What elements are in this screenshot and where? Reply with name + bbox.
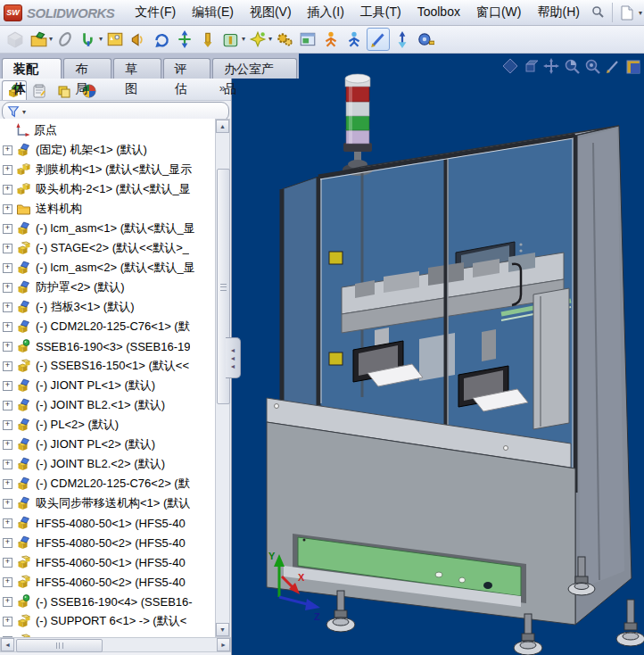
expand-icon[interactable]: +	[3, 322, 12, 332]
menu-item-3[interactable]: 插入(I)	[300, 1, 352, 24]
toolbar-move-component-icon[interactable]	[174, 29, 195, 50]
tree-item-19[interactable]: +吸头同步带移送机构<1> (默认	[0, 493, 216, 513]
scroll-down-button[interactable]: ▼	[216, 623, 229, 636]
expand-icon[interactable]: +	[3, 558, 12, 568]
tree-item-17[interactable]: +(-) JOINT BL2.<2> (默认)	[0, 454, 216, 474]
tree-item-23[interactable]: +HFS5-4060-50<2> (HFS5-40	[0, 572, 216, 592]
tree-horizontal-scrollbar[interactable]: ◄ ►	[0, 637, 231, 652]
zoom-to-fit-icon[interactable]	[502, 58, 518, 74]
toolbar-rotate-component-icon[interactable]	[151, 29, 172, 50]
tree-item-3[interactable]: +吸头机构-2<1> (默认<默认_显	[0, 179, 216, 199]
expand-icon[interactable]: +	[3, 244, 12, 253]
expand-icon[interactable]: +	[3, 303, 12, 312]
machine-3d-model[interactable]: Y X Z	[232, 54, 644, 655]
expand-icon[interactable]: +	[3, 224, 12, 234]
tree-item-21[interactable]: +HFS5-4080-50<2> (HFS5-40	[0, 533, 216, 552]
scroll-left-button[interactable]: ◄	[1, 638, 14, 651]
tree-item-22[interactable]: +HFS5-4060-50<1> (HFS5-40	[0, 552, 216, 572]
expand-icon[interactable]: +	[3, 499, 12, 509]
expand-icon[interactable]: +	[3, 401, 12, 410]
toolbar-simulation-figure-orange-icon[interactable]	[320, 29, 342, 50]
tree-item-2[interactable]: +剥膜机构<1> (默认<默认_显示	[0, 160, 216, 179]
horizontal-scroll-thumb[interactable]	[16, 639, 103, 652]
panel-collapse-handle[interactable]: ◄◄◄	[226, 337, 241, 378]
menu-item-7[interactable]: 帮助(H)	[530, 1, 588, 24]
expand-icon[interactable]: +	[3, 518, 12, 528]
tree-item-4[interactable]: +送料机构	[0, 199, 216, 219]
expand-icon[interactable]: +	[3, 440, 12, 450]
tree-item-8[interactable]: +防护罩<2> (默认)	[0, 278, 216, 297]
graphics-viewport[interactable]: Y X Z	[232, 54, 644, 655]
toolbar-assembly-features-icon[interactable]	[220, 29, 242, 50]
toolbar-reverse-direction-icon[interactable]	[392, 29, 413, 50]
scroll-up-button[interactable]: ▲	[216, 120, 229, 133]
tree-item-6[interactable]: +(-) STAGE<2> (默认<<默认>_	[0, 238, 216, 258]
ribbon-tab-2[interactable]: 草图	[113, 58, 161, 79]
toolbar-simulation-figure-blue-icon[interactable]	[343, 29, 365, 50]
toolbar-exploded-view-star-caret[interactable]: ▾	[268, 35, 272, 43]
tree-item-5[interactable]: +(-) lcm_asm<1> (默认<默认_显	[0, 219, 216, 238]
tree-item-25[interactable]: +(-) SUPPORT 6<1> -> (默认<	[0, 611, 216, 631]
propertymanager-tab[interactable]	[27, 80, 52, 100]
display-style-icon[interactable]	[605, 58, 621, 74]
expand-icon[interactable]: +	[3, 361, 12, 371]
expand-icon[interactable]: +	[3, 538, 12, 548]
toolbar-paperclip-attach-icon[interactable]	[54, 29, 76, 50]
tree-item-7[interactable]: +(-) lcm_asm<2> (默认<默认_显	[0, 258, 216, 278]
toolbar-announcement-horn-icon[interactable]	[128, 29, 149, 50]
zoom-to-area-icon[interactable]	[523, 58, 539, 74]
toolbar-mate-icon[interactable]	[78, 29, 99, 50]
new-document-caret[interactable]: ▾	[639, 9, 642, 17]
view-orientation-icon[interactable]	[584, 58, 600, 74]
toolbar-measure-tape-icon[interactable]	[415, 29, 436, 50]
edit-appearance-icon[interactable]	[625, 58, 641, 74]
toolbar-ghost-cube-icon[interactable]	[4, 29, 26, 50]
ribbon-tab-4[interactable]: 办公室产品	[212, 58, 297, 79]
ribbon-tab-3[interactable]: 评估	[163, 58, 211, 79]
toolbar-insert-components-icon[interactable]	[28, 29, 49, 50]
tree-item-16[interactable]: +(-) JIONT PL<2> (默认)	[0, 435, 216, 454]
search-icon[interactable]	[588, 3, 607, 22]
expand-icon[interactable]: +	[3, 342, 12, 352]
menu-item-0[interactable]: 文件(F)	[127, 1, 184, 24]
expand-icon[interactable]: +	[3, 617, 12, 626]
expand-icon[interactable]: +	[3, 577, 12, 587]
toolbar-insert-components-caret[interactable]: ▾	[49, 35, 53, 43]
tree-item-14[interactable]: +(-) JOINT BL2.<1> (默认)	[0, 395, 216, 415]
pan-icon[interactable]	[543, 58, 559, 74]
new-document-icon[interactable]	[617, 3, 637, 22]
tree-item-13[interactable]: +(-) JIONT PL<1> (默认)	[0, 376, 216, 395]
toolbar-preview-window-icon[interactable]	[297, 29, 318, 50]
toolbar-gears-icon[interactable]	[274, 29, 295, 50]
tree-item-9[interactable]: +(-) 挡板3<1> (默认)	[0, 297, 216, 317]
tree-item-0[interactable]: 原点	[0, 120, 216, 140]
expand-icon[interactable]: +	[3, 145, 12, 155]
menu-item-2[interactable]: 视图(V)	[242, 1, 300, 24]
configurationmanager-tab[interactable]	[52, 80, 77, 100]
tree-item-26[interactable]: +	[0, 631, 216, 637]
expand-icon[interactable]: +	[3, 283, 12, 293]
tree-item-18[interactable]: +(-) CDM2L20-125-C76<2> (默	[0, 474, 216, 493]
expand-icon[interactable]: +	[3, 460, 12, 469]
toolbar-smart-fastener-icon[interactable]	[197, 29, 219, 50]
menu-item-4[interactable]: 工具(T)	[352, 1, 409, 24]
tree-item-12[interactable]: +(-) SSEBS16-150<1> (默认<<	[0, 356, 216, 376]
filter-funnel-icon[interactable]	[7, 105, 20, 118]
toolbar-exploded-view-star-icon[interactable]	[247, 29, 268, 50]
tree-item-20[interactable]: +HFS5-4080-50<1> (HFS5-40	[0, 513, 216, 533]
section-view-icon[interactable]	[564, 58, 580, 74]
expand-icon[interactable]: +	[3, 185, 12, 195]
ribbon-tab-1[interactable]: 布局	[63, 58, 111, 79]
expand-icon[interactable]: +	[3, 263, 12, 273]
ribbon-tab-0[interactable]: 装配体	[2, 58, 62, 79]
tree-item-1[interactable]: +(固定) 机架<1> (默认)	[0, 140, 216, 160]
expand-icon[interactable]: +	[3, 381, 12, 391]
expand-icon[interactable]: +	[3, 479, 12, 489]
menu-item-6[interactable]: 窗口(W)	[468, 1, 530, 24]
toolbar-sketch-pencil-icon[interactable]	[367, 28, 390, 51]
menu-item-5[interactable]: Toolbox	[409, 1, 468, 24]
expand-icon[interactable]: +	[3, 597, 12, 607]
tree-item-10[interactable]: +(-) CDM2L20-125-C76<1> (默	[0, 317, 216, 336]
tree-item-11[interactable]: +SSEB16-190<3> (SSEB16-19	[0, 336, 216, 356]
tree-item-24[interactable]: +(-) SSEB16-190<4> (SSEB16-	[0, 592, 216, 611]
